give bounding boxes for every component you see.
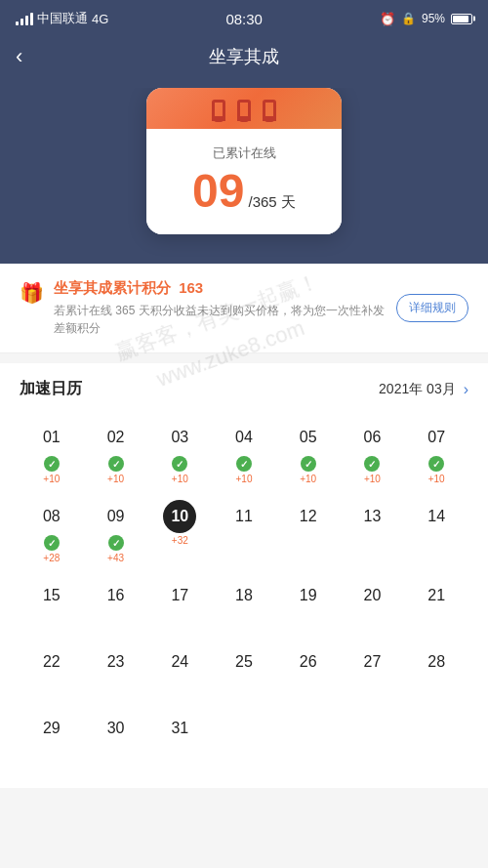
info-title: 坐享其成累计积分 163 xyxy=(54,279,386,298)
network-label: 4G xyxy=(92,12,108,26)
day-number: 21 xyxy=(420,579,453,612)
day-points: +10 xyxy=(428,474,445,484)
cal-day-cell[interactable]: 04+10 xyxy=(212,415,276,494)
day-number: 02 xyxy=(100,421,133,454)
cal-day-cell[interactable]: 07+10 xyxy=(404,415,468,494)
cal-day-cell[interactable]: 22 xyxy=(20,640,84,706)
info-desc: 若累计在线 365 天积分收益未达到购买价格，将为您一次性补发差额积分 xyxy=(54,302,386,337)
day-number: 05 xyxy=(292,421,325,454)
cal-day-cell[interactable]: 19 xyxy=(276,573,341,640)
carrier-label: 中国联通 xyxy=(37,10,88,27)
cal-day-cell[interactable]: 20 xyxy=(341,573,405,640)
info-points: 163 xyxy=(179,279,203,296)
calendar-top xyxy=(146,88,342,129)
info-section: 🎁 坐享其成累计积分 163 若累计在线 365 天积分收益未达到购买价格，将为… xyxy=(0,264,488,353)
calendar-grid: 01+1002+1003+1004+1005+1006+1007+1008+28… xyxy=(20,415,468,772)
day-check-icon xyxy=(364,456,380,472)
day-number: 29 xyxy=(35,712,68,745)
cal-day-cell[interactable]: 18 xyxy=(212,573,276,640)
days-suffix: /365 天 xyxy=(249,193,296,212)
info-title-text: 坐享其成累计积分 xyxy=(54,279,171,296)
status-left: 中国联通 4G xyxy=(16,10,108,27)
day-number: 07 xyxy=(420,421,453,454)
day-check-icon xyxy=(108,456,124,472)
day-number: 30 xyxy=(100,712,133,745)
cal-day-cell[interactable]: 23 xyxy=(84,640,148,706)
days-number: 09 xyxy=(192,168,244,215)
cal-title: 加速日历 xyxy=(20,379,82,399)
cal-day-cell[interactable]: 17 xyxy=(147,573,212,640)
cal-day-cell[interactable]: 30 xyxy=(84,706,148,772)
detail-rules-button[interactable]: 详细规则 xyxy=(396,294,468,322)
cal-day-cell[interactable]: 27 xyxy=(341,640,405,706)
cal-day-cell[interactable]: 28 xyxy=(404,640,468,706)
day-number: 13 xyxy=(355,500,388,533)
cal-day-cell[interactable]: 02+10 xyxy=(84,415,148,494)
day-number: 11 xyxy=(227,500,261,533)
day-points: +10 xyxy=(43,474,60,484)
cal-day-cell[interactable]: 05+10 xyxy=(276,415,341,494)
day-number: 24 xyxy=(163,645,196,679)
day-points: +43 xyxy=(107,553,124,563)
cal-day-cell[interactable]: 16 xyxy=(84,573,148,640)
day-number: 14 xyxy=(420,500,453,533)
cal-day-cell[interactable]: 15 xyxy=(20,573,84,640)
day-number: 28 xyxy=(420,645,453,679)
day-number: 18 xyxy=(227,579,261,612)
alarm-icon: ⏰ xyxy=(380,12,395,26)
cal-next-button[interactable]: › xyxy=(464,381,468,398)
day-number: 31 xyxy=(163,712,196,745)
calendar-label: 已累计在线 xyxy=(146,145,342,162)
cal-day-cell[interactable]: 29 xyxy=(20,706,84,772)
cal-day-cell[interactable]: 06+10 xyxy=(341,415,405,494)
cal-day-cell[interactable]: 01+10 xyxy=(20,415,84,494)
ring-left xyxy=(212,100,225,121)
info-content: 坐享其成累计积分 163 若累计在线 365 天积分收益未达到购买价格，将为您一… xyxy=(54,279,386,337)
day-points: +28 xyxy=(43,553,60,563)
cal-day-cell[interactable]: 26 xyxy=(276,640,341,706)
battery-label: 95% xyxy=(422,12,445,25)
header: ‹ 坐享其成 xyxy=(0,35,488,88)
day-number: 23 xyxy=(100,645,133,679)
day-number: 03 xyxy=(163,421,196,454)
day-check-icon xyxy=(236,456,252,472)
ring-right xyxy=(263,100,276,121)
day-check-icon xyxy=(172,456,187,472)
cal-day-cell[interactable]: 14 xyxy=(404,494,468,573)
day-points: +10 xyxy=(172,474,188,484)
ring-center xyxy=(237,100,251,121)
day-check-icon xyxy=(44,535,60,551)
cal-day-cell[interactable]: 03+10 xyxy=(147,415,212,494)
cal-day-cell[interactable]: 11 xyxy=(212,494,276,573)
day-number: 06 xyxy=(355,421,388,454)
cal-day-cell[interactable]: 25 xyxy=(212,640,276,706)
day-points: +32 xyxy=(172,535,188,546)
cal-day-cell[interactable]: 10+32 xyxy=(147,494,212,573)
page-title: 坐享其成 xyxy=(209,45,279,68)
cal-header: 加速日历 2021年 03月 › xyxy=(20,379,468,399)
day-check-icon xyxy=(301,456,316,472)
cal-day-cell[interactable]: 12 xyxy=(276,494,341,573)
cal-day-cell[interactable]: 21 xyxy=(404,573,468,640)
cal-month-label: 2021年 03月 xyxy=(379,381,456,398)
day-number: 17 xyxy=(163,579,196,612)
time-label: 08:30 xyxy=(225,11,263,27)
back-button[interactable]: ‹ xyxy=(16,44,22,69)
cal-day-cell[interactable]: 09+43 xyxy=(84,494,148,573)
day-points: +10 xyxy=(300,474,316,484)
cal-section: 加速日历 2021年 03月 › 01+1002+1003+1004+1005+… xyxy=(0,363,488,788)
calendar-card: 已累计在线 09 /365 天 xyxy=(0,88,488,264)
calendar-days: 09 /365 天 xyxy=(146,168,342,215)
cal-day-cell[interactable]: 31 xyxy=(147,706,212,772)
day-number: 15 xyxy=(35,579,68,612)
cal-day-cell[interactable]: 24 xyxy=(147,640,212,706)
day-number: 09 xyxy=(100,500,133,533)
status-bar: 中国联通 4G 08:30 ⏰ 🔒 95% xyxy=(0,0,488,35)
battery-icon xyxy=(451,14,472,24)
day-points: +10 xyxy=(107,474,124,484)
cal-day-cell[interactable]: 13 xyxy=(341,494,405,573)
day-number: 12 xyxy=(292,500,325,533)
day-check-icon xyxy=(428,456,444,472)
lock-icon: 🔒 xyxy=(401,12,416,25)
cal-day-cell[interactable]: 08+28 xyxy=(20,494,84,573)
